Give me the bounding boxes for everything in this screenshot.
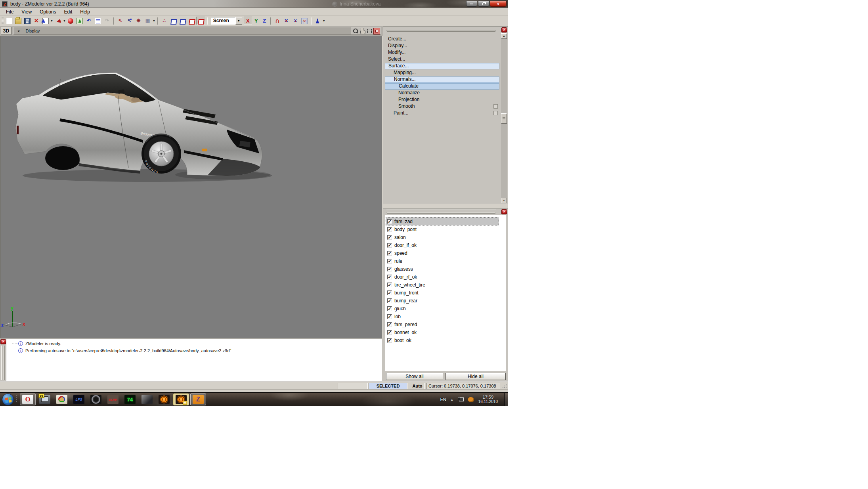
checkbox-gluch[interactable]: ✓ xyxy=(387,306,392,311)
object-row-bump_rear[interactable]: ✓bump_rear xyxy=(386,297,499,304)
axis-cone-button[interactable] xyxy=(313,17,322,25)
command-item-calculate[interactable]: Calculate xyxy=(385,83,499,90)
select-view-icon[interactable] xyxy=(366,28,373,34)
minimize-button[interactable] xyxy=(466,1,477,7)
command-item-display[interactable]: Display... xyxy=(385,43,499,49)
view-axis-dropdown[interactable]: Screen▼ xyxy=(211,17,242,25)
show-all-button[interactable]: Show all xyxy=(386,373,443,380)
object-row-salon[interactable]: ✓salon xyxy=(386,233,499,241)
close-button[interactable]: x xyxy=(490,1,507,7)
command-panel-scrollbar[interactable]: ▲ ▼ xyxy=(501,33,507,203)
taskbar-app-photo-viewer[interactable] xyxy=(139,393,155,405)
viewport-breadcrumb[interactable]: < Display xyxy=(13,27,351,35)
start-button[interactable] xyxy=(2,393,14,405)
menu-edit[interactable]: Edit xyxy=(61,8,76,15)
menu-options[interactable]: Options xyxy=(36,8,59,15)
polygons-cube-button[interactable] xyxy=(187,17,196,25)
checkbox-lob[interactable]: ✓ xyxy=(387,314,392,319)
taskbar-app-clutch[interactable] xyxy=(88,393,104,405)
import-dropdown-icon[interactable]: ▼ xyxy=(50,19,53,22)
object-row-glassess[interactable]: ✓glassess xyxy=(386,265,499,273)
bones-mode-button[interactable] xyxy=(134,17,143,25)
material-editor-button[interactable] xyxy=(66,17,75,25)
export-button[interactable] xyxy=(54,17,63,25)
checkbox-fars_zad[interactable]: ✓ xyxy=(387,219,392,224)
object-row-bonnet_ok[interactable]: ✓bonnet_ok xyxy=(386,329,499,336)
zoom-icon[interactable] xyxy=(352,28,359,34)
checkbox-bump_rear[interactable]: ✓ xyxy=(387,298,392,303)
panel-grip[interactable] xyxy=(386,28,496,31)
command-item-mapping[interactable]: Mapping... xyxy=(385,70,499,76)
maximize-view-icon[interactable] xyxy=(373,28,380,34)
checkbox-body_pont[interactable]: ✓ xyxy=(387,227,392,232)
log-panel-grip[interactable] xyxy=(1,346,5,380)
undo-button[interactable] xyxy=(84,17,94,25)
hidden-icons-arrow[interactable]: ▲ xyxy=(451,398,453,401)
taskbar-grip[interactable] xyxy=(16,395,18,404)
toolbar-grip[interactable] xyxy=(2,17,4,25)
panel-grip[interactable] xyxy=(386,210,496,212)
taskbar-app-opera[interactable]: O xyxy=(20,393,36,405)
command-item-expand-box[interactable] xyxy=(493,104,498,109)
taskbar-app-qip[interactable] xyxy=(156,393,172,405)
dropdown-arrow-icon[interactable]: ▼ xyxy=(235,17,242,25)
objects-list-scroll-track[interactable] xyxy=(500,215,506,371)
group-mode-button[interactable] xyxy=(143,17,152,25)
network-icon[interactable] xyxy=(458,397,464,402)
language-indicator[interactable]: EN xyxy=(440,397,446,402)
object-row-bump_front[interactable]: ✓bump_front xyxy=(386,289,499,296)
checkbox-bump_front[interactable]: ✓ xyxy=(387,290,392,295)
checkbox-rule[interactable]: ✓ xyxy=(387,259,392,264)
taskbar-app-paint[interactable] xyxy=(54,393,70,405)
object-row-door_lf_ok[interactable]: ✓door_lf_ok xyxy=(386,241,499,249)
snap-vertex-button[interactable] xyxy=(282,17,291,25)
command-item-normalize[interactable]: Normalize xyxy=(385,90,499,96)
pan-icon[interactable] xyxy=(359,28,366,34)
select-single-button[interactable] xyxy=(116,17,125,25)
object-row-door_rf_ok[interactable]: ✓door_rf_ok xyxy=(386,273,499,281)
object-row-lob[interactable]: ✓lob xyxy=(386,313,499,320)
resize-grip[interactable] xyxy=(502,383,507,389)
object-row-fars_zad[interactable]: ✓fars_zad xyxy=(386,218,499,225)
object-row-rule[interactable]: ✓rule xyxy=(386,257,499,265)
command-item-create[interactable]: Create... xyxy=(385,36,499,42)
checkbox-speed[interactable]: ✓ xyxy=(387,251,392,256)
checkbox-tire_wheel_tire[interactable]: ✓ xyxy=(387,283,392,287)
taskbar-app-game-74[interactable]: 74 xyxy=(122,393,138,405)
command-panel-close-icon[interactable] xyxy=(501,27,507,32)
axis-x-button[interactable]: X xyxy=(244,17,252,25)
log-output[interactable]: iZModeler is ready.iPerforming autosave … xyxy=(6,339,382,381)
magnet-button[interactable] xyxy=(273,17,282,25)
export-dropdown-icon[interactable]: ▼ xyxy=(63,19,66,22)
faces-cube-button[interactable] xyxy=(178,17,187,25)
checkbox-glassess[interactable]: ✓ xyxy=(387,267,392,271)
checkbox-bonnet_ok[interactable]: ✓ xyxy=(387,330,392,335)
scroll-down-icon[interactable]: ▼ xyxy=(501,198,507,203)
emule-icon[interactable] xyxy=(468,397,474,402)
checkbox-boot_ok[interactable]: ✓ xyxy=(387,338,392,343)
open-button[interactable] xyxy=(13,17,23,25)
menu-file[interactable]: File xyxy=(2,8,17,15)
viewport-3d[interactable]: Bridgestone POTENZA xyxy=(0,36,382,338)
redo-button[interactable] xyxy=(103,17,112,25)
delete-button[interactable] xyxy=(32,17,41,25)
objects-cube-button[interactable] xyxy=(196,17,205,25)
object-row-boot_ok[interactable]: ✓boot_ok xyxy=(386,336,499,344)
snap-grid-button[interactable] xyxy=(300,17,309,25)
group-mode-dropdown-icon[interactable]: ▼ xyxy=(153,19,155,22)
objects-panel-close-icon[interactable] xyxy=(501,209,507,214)
breadcrumb-back-arrow[interactable]: < xyxy=(17,29,20,33)
clock[interactable]: 17:59 16.11.2010 xyxy=(478,395,498,404)
taskbar-app-icq[interactable]: 99 xyxy=(37,393,53,405)
object-row-fars_pered[interactable]: ✓fars_pered xyxy=(386,321,499,328)
command-item-smooth[interactable]: Smooth xyxy=(385,103,499,110)
edges-cube-button[interactable] xyxy=(169,17,178,25)
axis-y-button[interactable]: Y xyxy=(252,17,260,25)
new-button[interactable] xyxy=(4,17,13,25)
scroll-thumb[interactable] xyxy=(501,113,507,124)
checkbox-fars_pered[interactable]: ✓ xyxy=(387,322,392,327)
command-item-modify[interactable]: Modify... xyxy=(385,50,499,56)
taskbar-app-slrr[interactable]: SLRR xyxy=(105,393,121,405)
save-button[interactable] xyxy=(23,17,32,25)
taskbar-app-lfs[interactable]: LFS xyxy=(71,393,87,405)
